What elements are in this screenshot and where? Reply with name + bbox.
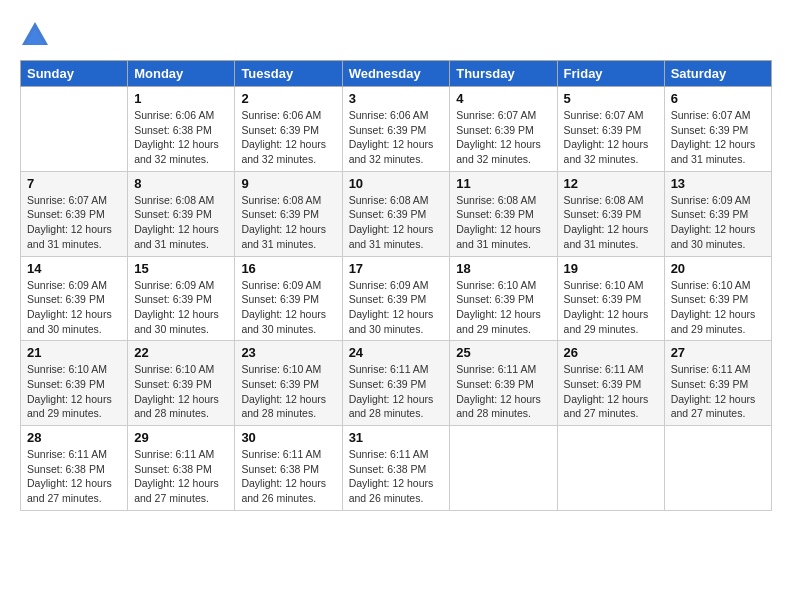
day-info: Sunrise: 6:09 AMSunset: 6:39 PMDaylight:… — [134, 278, 228, 337]
day-number: 6 — [671, 91, 765, 106]
day-info: Sunrise: 6:06 AMSunset: 6:39 PMDaylight:… — [241, 108, 335, 167]
calendar-day-cell: 27Sunrise: 6:11 AMSunset: 6:39 PMDayligh… — [664, 341, 771, 426]
calendar-day-cell: 7Sunrise: 6:07 AMSunset: 6:39 PMDaylight… — [21, 171, 128, 256]
calendar-day-cell: 5Sunrise: 6:07 AMSunset: 6:39 PMDaylight… — [557, 87, 664, 172]
day-info: Sunrise: 6:11 AMSunset: 6:38 PMDaylight:… — [27, 447, 121, 506]
day-info: Sunrise: 6:06 AMSunset: 6:38 PMDaylight:… — [134, 108, 228, 167]
day-info: Sunrise: 6:08 AMSunset: 6:39 PMDaylight:… — [134, 193, 228, 252]
day-number: 3 — [349, 91, 444, 106]
weekday-header: Friday — [557, 61, 664, 87]
day-info: Sunrise: 6:09 AMSunset: 6:39 PMDaylight:… — [349, 278, 444, 337]
day-number: 31 — [349, 430, 444, 445]
calendar-day-cell: 22Sunrise: 6:10 AMSunset: 6:39 PMDayligh… — [128, 341, 235, 426]
calendar-day-cell: 4Sunrise: 6:07 AMSunset: 6:39 PMDaylight… — [450, 87, 557, 172]
day-info: Sunrise: 6:10 AMSunset: 6:39 PMDaylight:… — [671, 278, 765, 337]
calendar-day-cell: 8Sunrise: 6:08 AMSunset: 6:39 PMDaylight… — [128, 171, 235, 256]
day-number: 24 — [349, 345, 444, 360]
day-number: 26 — [564, 345, 658, 360]
day-info: Sunrise: 6:09 AMSunset: 6:39 PMDaylight:… — [671, 193, 765, 252]
day-info: Sunrise: 6:07 AMSunset: 6:39 PMDaylight:… — [456, 108, 550, 167]
calendar-day-cell: 12Sunrise: 6:08 AMSunset: 6:39 PMDayligh… — [557, 171, 664, 256]
day-number: 12 — [564, 176, 658, 191]
calendar-day-cell — [664, 426, 771, 511]
calendar-day-cell: 20Sunrise: 6:10 AMSunset: 6:39 PMDayligh… — [664, 256, 771, 341]
day-info: Sunrise: 6:11 AMSunset: 6:38 PMDaylight:… — [134, 447, 228, 506]
calendar-day-cell: 3Sunrise: 6:06 AMSunset: 6:39 PMDaylight… — [342, 87, 450, 172]
day-number: 14 — [27, 261, 121, 276]
calendar-day-cell: 18Sunrise: 6:10 AMSunset: 6:39 PMDayligh… — [450, 256, 557, 341]
day-info: Sunrise: 6:11 AMSunset: 6:39 PMDaylight:… — [349, 362, 444, 421]
calendar-day-cell: 31Sunrise: 6:11 AMSunset: 6:38 PMDayligh… — [342, 426, 450, 511]
calendar-day-cell: 19Sunrise: 6:10 AMSunset: 6:39 PMDayligh… — [557, 256, 664, 341]
day-info: Sunrise: 6:07 AMSunset: 6:39 PMDaylight:… — [564, 108, 658, 167]
calendar-day-cell: 23Sunrise: 6:10 AMSunset: 6:39 PMDayligh… — [235, 341, 342, 426]
day-info: Sunrise: 6:07 AMSunset: 6:39 PMDaylight:… — [671, 108, 765, 167]
day-number: 19 — [564, 261, 658, 276]
day-number: 7 — [27, 176, 121, 191]
weekday-header: Saturday — [664, 61, 771, 87]
logo — [20, 20, 54, 50]
day-info: Sunrise: 6:10 AMSunset: 6:39 PMDaylight:… — [241, 362, 335, 421]
day-number: 25 — [456, 345, 550, 360]
calendar-week-row: 1Sunrise: 6:06 AMSunset: 6:38 PMDaylight… — [21, 87, 772, 172]
day-number: 23 — [241, 345, 335, 360]
calendar-week-row: 7Sunrise: 6:07 AMSunset: 6:39 PMDaylight… — [21, 171, 772, 256]
day-number: 21 — [27, 345, 121, 360]
calendar-day-cell — [450, 426, 557, 511]
day-info: Sunrise: 6:09 AMSunset: 6:39 PMDaylight:… — [241, 278, 335, 337]
calendar-table: SundayMondayTuesdayWednesdayThursdayFrid… — [20, 60, 772, 511]
calendar-day-cell: 1Sunrise: 6:06 AMSunset: 6:38 PMDaylight… — [128, 87, 235, 172]
day-number: 5 — [564, 91, 658, 106]
day-number: 17 — [349, 261, 444, 276]
calendar-day-cell: 11Sunrise: 6:08 AMSunset: 6:39 PMDayligh… — [450, 171, 557, 256]
day-number: 18 — [456, 261, 550, 276]
calendar-day-cell: 15Sunrise: 6:09 AMSunset: 6:39 PMDayligh… — [128, 256, 235, 341]
day-info: Sunrise: 6:11 AMSunset: 6:38 PMDaylight:… — [241, 447, 335, 506]
day-info: Sunrise: 6:10 AMSunset: 6:39 PMDaylight:… — [134, 362, 228, 421]
day-number: 15 — [134, 261, 228, 276]
calendar-day-cell: 30Sunrise: 6:11 AMSunset: 6:38 PMDayligh… — [235, 426, 342, 511]
day-number: 27 — [671, 345, 765, 360]
calendar-day-cell: 16Sunrise: 6:09 AMSunset: 6:39 PMDayligh… — [235, 256, 342, 341]
day-info: Sunrise: 6:06 AMSunset: 6:39 PMDaylight:… — [349, 108, 444, 167]
calendar-day-cell — [557, 426, 664, 511]
calendar-day-cell: 13Sunrise: 6:09 AMSunset: 6:39 PMDayligh… — [664, 171, 771, 256]
logo-icon — [20, 20, 50, 50]
weekday-header: Thursday — [450, 61, 557, 87]
day-info: Sunrise: 6:08 AMSunset: 6:39 PMDaylight:… — [241, 193, 335, 252]
day-number: 28 — [27, 430, 121, 445]
weekday-header: Monday — [128, 61, 235, 87]
day-number: 30 — [241, 430, 335, 445]
day-info: Sunrise: 6:07 AMSunset: 6:39 PMDaylight:… — [27, 193, 121, 252]
calendar-week-row: 28Sunrise: 6:11 AMSunset: 6:38 PMDayligh… — [21, 426, 772, 511]
day-info: Sunrise: 6:10 AMSunset: 6:39 PMDaylight:… — [564, 278, 658, 337]
calendar-day-cell: 26Sunrise: 6:11 AMSunset: 6:39 PMDayligh… — [557, 341, 664, 426]
day-number: 13 — [671, 176, 765, 191]
day-number: 10 — [349, 176, 444, 191]
day-number: 20 — [671, 261, 765, 276]
calendar-day-cell — [21, 87, 128, 172]
day-info: Sunrise: 6:10 AMSunset: 6:39 PMDaylight:… — [456, 278, 550, 337]
calendar-day-cell: 14Sunrise: 6:09 AMSunset: 6:39 PMDayligh… — [21, 256, 128, 341]
day-info: Sunrise: 6:08 AMSunset: 6:39 PMDaylight:… — [564, 193, 658, 252]
day-info: Sunrise: 6:11 AMSunset: 6:39 PMDaylight:… — [671, 362, 765, 421]
calendar-week-row: 21Sunrise: 6:10 AMSunset: 6:39 PMDayligh… — [21, 341, 772, 426]
day-info: Sunrise: 6:11 AMSunset: 6:39 PMDaylight:… — [564, 362, 658, 421]
calendar-day-cell: 17Sunrise: 6:09 AMSunset: 6:39 PMDayligh… — [342, 256, 450, 341]
weekday-header: Tuesday — [235, 61, 342, 87]
calendar-day-cell: 25Sunrise: 6:11 AMSunset: 6:39 PMDayligh… — [450, 341, 557, 426]
day-number: 9 — [241, 176, 335, 191]
day-info: Sunrise: 6:11 AMSunset: 6:39 PMDaylight:… — [456, 362, 550, 421]
calendar-day-cell: 29Sunrise: 6:11 AMSunset: 6:38 PMDayligh… — [128, 426, 235, 511]
day-info: Sunrise: 6:08 AMSunset: 6:39 PMDaylight:… — [349, 193, 444, 252]
day-number: 2 — [241, 91, 335, 106]
day-number: 16 — [241, 261, 335, 276]
day-info: Sunrise: 6:10 AMSunset: 6:39 PMDaylight:… — [27, 362, 121, 421]
page-header — [20, 20, 772, 50]
calendar-day-cell: 10Sunrise: 6:08 AMSunset: 6:39 PMDayligh… — [342, 171, 450, 256]
day-number: 4 — [456, 91, 550, 106]
calendar-day-cell: 6Sunrise: 6:07 AMSunset: 6:39 PMDaylight… — [664, 87, 771, 172]
weekday-header: Sunday — [21, 61, 128, 87]
day-info: Sunrise: 6:08 AMSunset: 6:39 PMDaylight:… — [456, 193, 550, 252]
calendar-day-cell: 9Sunrise: 6:08 AMSunset: 6:39 PMDaylight… — [235, 171, 342, 256]
